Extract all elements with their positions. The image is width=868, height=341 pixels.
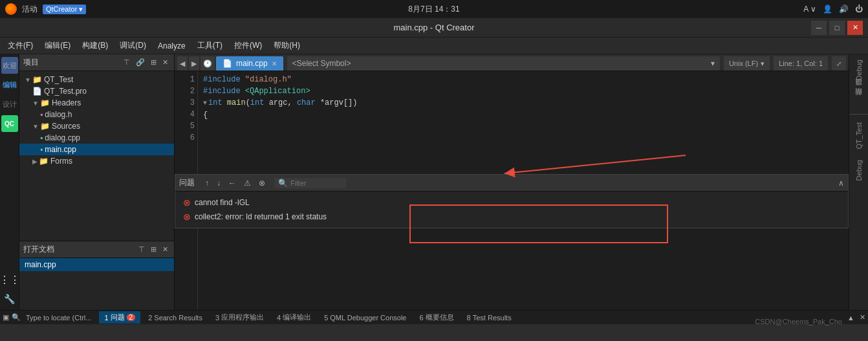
project-panel-header: 项目 ⊤ 🔗 ⊞ ✕ bbox=[19, 54, 174, 71]
sidebar-welcome-icon[interactable]: 欢迎 bbox=[1, 57, 18, 74]
project-tree: ▼ 📁 QT_Test 📄 QT_Test.pro ▼ 📁 Headers ▪ bbox=[19, 71, 174, 241]
bottom-tab-search-results[interactable]: 2 Search Results bbox=[143, 313, 208, 323]
minimize-button[interactable]: ─ bbox=[811, 21, 827, 35]
window-controls: ─ □ ✕ bbox=[811, 21, 863, 35]
bottom-tab-app-output[interactable]: 3 应用程序输出 bbox=[210, 311, 269, 324]
bottom-search-label[interactable]: Type to locate (Ctrl... bbox=[26, 314, 91, 322]
bottom-sidebar-toggle[interactable]: ▣ bbox=[3, 313, 9, 322]
close-panel-icon[interactable]: ✕ bbox=[160, 58, 170, 67]
error-icon-2: ⊗ bbox=[183, 212, 191, 222]
right-label-project[interactable]: 项目 bbox=[852, 88, 865, 93]
open-docs-add-icon[interactable]: ⊞ bbox=[149, 245, 158, 254]
menu-edit[interactable]: 编辑(E) bbox=[39, 39, 76, 52]
sidebar-edit-icon[interactable]: 编辑 bbox=[1, 76, 18, 93]
tree-item-main-cpp[interactable]: ▪ main.cpp bbox=[19, 144, 174, 155]
bottom-tab-problems[interactable]: 1 问题 2 bbox=[99, 311, 140, 324]
sidebar-qc-icon[interactable]: QC bbox=[1, 115, 18, 132]
menu-help[interactable]: 帮助(H) bbox=[268, 39, 305, 52]
sys-icon-a: A ∨ bbox=[803, 5, 816, 14]
sys-icon-user[interactable]: 👤 bbox=[823, 5, 832, 14]
menu-build[interactable]: 构建(B) bbox=[77, 39, 113, 52]
filter-search-icon: 🔍 bbox=[278, 179, 288, 188]
editor-expand-btn[interactable]: ⤢ bbox=[832, 56, 846, 71]
bottom-tab-compile-output[interactable]: 4 编译输出 bbox=[272, 311, 316, 324]
code-line-1: #include "dialog.h" bbox=[203, 74, 843, 85]
open-docs-list: main.cpp bbox=[19, 258, 174, 310]
sidebar-apps-icon[interactable]: ⋮⋮ bbox=[1, 271, 18, 288]
problems-icon-error[interactable]: ⊗ bbox=[256, 178, 268, 188]
tree-item-dialog-cpp[interactable]: ▪ dialog.cpp bbox=[19, 132, 174, 144]
add-icon[interactable]: ⊞ bbox=[149, 58, 158, 67]
menu-debug[interactable]: 调试(D) bbox=[114, 39, 151, 52]
open-docs-close-icon[interactable]: ✕ bbox=[160, 245, 170, 254]
bottom-tab-app-label: 应用程序输出 bbox=[221, 313, 264, 322]
close-button[interactable]: ✕ bbox=[847, 21, 863, 35]
filter-input[interactable] bbox=[290, 179, 342, 187]
problems-icon-warn[interactable]: ⚠ bbox=[241, 178, 254, 188]
open-docs-filter-icon[interactable]: ⊤ bbox=[136, 245, 147, 254]
bottom-expand-icon[interactable]: ▲ bbox=[847, 314, 854, 322]
right-label-qt-test[interactable]: QT_Test bbox=[854, 120, 864, 152]
tree-item-qt-test[interactable]: ▼ 📁 QT_Test bbox=[19, 74, 174, 85]
sidebar-design-icon[interactable]: 设计 bbox=[1, 96, 18, 113]
project-panel: 项目 ⊤ 🔗 ⊞ ✕ ▼ 📁 QT_Test 📄 QT_Test.pro bbox=[19, 54, 175, 310]
tree-item-headers[interactable]: ▼ 📁 Headers bbox=[19, 97, 174, 109]
sys-icon-power[interactable]: ⏻ bbox=[855, 5, 863, 14]
problems-panel: 问题 ↑ ↓ ← ⚠ ⊗ 🔍 ∧ ⊗ cannot find -lGL bbox=[175, 174, 849, 228]
open-docs-label: 打开文档 bbox=[23, 244, 54, 255]
tree-item-qt-test-pro[interactable]: 📄 QT_Test.pro bbox=[19, 85, 174, 97]
code-line-6: { bbox=[203, 109, 843, 121]
tree-item-sources[interactable]: ▼ 📁 Sources bbox=[19, 120, 174, 132]
problems-collapse-btn[interactable]: ∧ bbox=[838, 179, 844, 188]
maximize-button[interactable]: □ bbox=[829, 21, 845, 35]
bottom-panel: ▣ 🔍 Type to locate (Ctrl... 1 问题 2 2 Sea… bbox=[0, 310, 868, 324]
line-col-label: Line: 1, Col: 1 bbox=[779, 60, 823, 67]
window-title: main.cpp - Qt Creator bbox=[394, 23, 475, 32]
editor-tab-label: main.cpp bbox=[236, 59, 268, 68]
sidebar-wrench-icon[interactable]: 🔧 bbox=[1, 291, 18, 307]
open-docs-section: 打开文档 ⊤ ⊞ ✕ main.cpp bbox=[19, 241, 174, 310]
filter-area[interactable]: 🔍 bbox=[274, 178, 346, 188]
bottom-close-icon[interactable]: ✕ bbox=[860, 313, 865, 322]
tab-nav-history[interactable]: 🕐 bbox=[201, 56, 215, 71]
sys-icon-volume[interactable]: 🔊 bbox=[839, 5, 849, 14]
problem-text-2: collect2: error: ld returned 1 exit stat… bbox=[195, 212, 327, 221]
tab-nav-next[interactable]: ▶ bbox=[189, 56, 199, 71]
bottom-tab-search-label: Search Results bbox=[154, 314, 202, 322]
bottom-tab-qml-debugger[interactable]: 5 QML Debugger Console bbox=[319, 313, 411, 323]
problems-icon-down[interactable]: ↓ bbox=[214, 178, 223, 188]
menu-analyze[interactable]: Analyze bbox=[153, 40, 191, 52]
line-col-info[interactable]: Line: 1, Col: 1 bbox=[774, 56, 828, 71]
editor-tab-close[interactable]: ✕ bbox=[272, 60, 277, 67]
problem-text-1: cannot find -lGL bbox=[195, 198, 250, 207]
open-doc-label: main.cpp bbox=[25, 260, 56, 269]
symbol-selector-label: <Select Symbol> bbox=[292, 59, 351, 68]
bottom-tab-test-results[interactable]: 8 Test Results bbox=[462, 313, 517, 323]
encoding-badge[interactable]: Unix (LF) ▾ bbox=[724, 56, 770, 71]
editor-area: ◀ ▶ 🕐 📄 main.cpp ✕ <Select Symbol> ▾ Uni… bbox=[175, 54, 849, 310]
qt-creator-badge[interactable]: QtCreator ▾ bbox=[43, 5, 86, 14]
problems-icon-up[interactable]: ↑ bbox=[202, 178, 212, 188]
bottom-tab-qml-label: QML Debugger Console bbox=[330, 314, 406, 322]
menu-widgets[interactable]: 控件(W) bbox=[229, 39, 267, 52]
editor-tab-main-cpp[interactable]: 📄 main.cpp ✕ bbox=[216, 56, 283, 71]
right-label-help[interactable]: 帮助 bbox=[852, 98, 865, 104]
open-doc-main-cpp[interactable]: main.cpp bbox=[19, 258, 174, 271]
editor-tab-bar: ◀ ▶ 🕐 📄 main.cpp ✕ <Select Symbol> ▾ Uni… bbox=[175, 54, 849, 71]
right-label-debug[interactable]: Debug bbox=[854, 57, 864, 83]
tab-nav-prev[interactable]: ◀ bbox=[177, 56, 188, 71]
symbol-selector-chevron: ▾ bbox=[711, 59, 715, 68]
project-header-label: 项目 bbox=[23, 57, 39, 68]
menu-tools[interactable]: 工具(T) bbox=[192, 39, 228, 52]
symbol-selector[interactable]: <Select Symbol> ▾ bbox=[287, 56, 720, 71]
encoding-label: Unix (LF) bbox=[729, 60, 758, 67]
menu-file[interactable]: 文件(F) bbox=[3, 39, 38, 52]
right-label-debug2[interactable]: Debug bbox=[854, 157, 864, 183]
filter-icon[interactable]: ⊤ bbox=[122, 58, 132, 67]
tree-item-forms[interactable]: ▶ 📁 Forms bbox=[19, 155, 174, 167]
problems-icon-left[interactable]: ← bbox=[226, 178, 239, 188]
right-side-labels: Debug 项目 帮助 QT_Test Debug bbox=[849, 54, 868, 310]
link-icon[interactable]: 🔗 bbox=[134, 58, 147, 67]
bottom-tab-summary[interactable]: 6 概要信息 bbox=[414, 311, 459, 324]
tree-item-dialog-h[interactable]: ▪ dialog.h bbox=[19, 109, 174, 120]
